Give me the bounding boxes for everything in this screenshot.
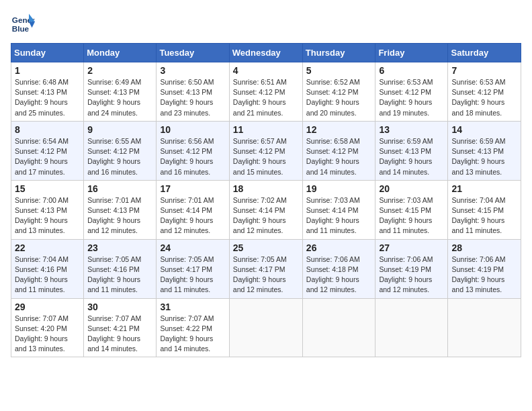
day-info: Sunrise: 7:05 AMSunset: 4:17 PMDaylight:…	[160, 255, 225, 295]
calendar-week-2: 8 Sunrise: 6:54 AMSunset: 4:12 PMDayligh…	[11, 121, 521, 180]
calendar-cell: 25 Sunrise: 7:05 AMSunset: 4:17 PMDaylig…	[229, 239, 302, 298]
weekday-header-thursday: Thursday	[302, 44, 375, 62]
calendar-cell: 14 Sunrise: 6:59 AMSunset: 4:13 PMDaylig…	[448, 121, 521, 180]
day-number: 21	[451, 183, 517, 194]
calendar-cell: 9 Sunrise: 6:55 AMSunset: 4:12 PMDayligh…	[84, 121, 157, 180]
calendar-cell: 20 Sunrise: 7:03 AMSunset: 4:15 PMDaylig…	[375, 180, 448, 239]
day-info: Sunrise: 6:51 AMSunset: 4:12 PMDaylight:…	[233, 77, 299, 118]
day-info: Sunrise: 6:58 AMSunset: 4:12 PMDaylight:…	[306, 136, 372, 177]
day-number: 19	[306, 183, 372, 194]
calendar-cell: 27 Sunrise: 7:06 AMSunset: 4:19 PMDaylig…	[375, 239, 448, 298]
day-info: Sunrise: 6:56 AMSunset: 4:12 PMDaylight:…	[160, 136, 225, 177]
day-info: Sunrise: 7:07 AMSunset: 4:20 PMDaylight:…	[15, 314, 80, 355]
day-number: 25	[233, 242, 299, 253]
day-number: 27	[379, 242, 444, 253]
calendar-cell: 6 Sunrise: 6:53 AMSunset: 4:12 PMDayligh…	[375, 62, 448, 122]
day-info: Sunrise: 7:03 AMSunset: 4:15 PMDaylight:…	[379, 195, 444, 236]
day-info: Sunrise: 6:57 AMSunset: 4:12 PMDaylight:…	[233, 136, 299, 177]
calendar-cell: 1 Sunrise: 6:48 AMSunset: 4:13 PMDayligh…	[11, 62, 84, 122]
day-number: 15	[15, 183, 80, 194]
day-info: Sunrise: 6:50 AMSunset: 4:13 PMDaylight:…	[160, 77, 225, 118]
day-number: 13	[379, 124, 444, 135]
calendar-table: SundayMondayTuesdayWednesdayThursdayFrid…	[11, 43, 521, 357]
day-info: Sunrise: 7:06 AMSunset: 4:19 PMDaylight:…	[451, 255, 517, 295]
day-number: 2	[87, 65, 152, 76]
day-number: 9	[87, 124, 152, 135]
svg-text:Blue: Blue	[12, 24, 30, 33]
day-info: Sunrise: 6:59 AMSunset: 4:13 PMDaylight:…	[451, 136, 517, 177]
day-number: 7	[451, 65, 517, 76]
calendar-cell: 17 Sunrise: 7:01 AMSunset: 4:14 PMDaylig…	[157, 180, 229, 239]
weekday-header-saturday: Saturday	[448, 44, 521, 62]
calendar-cell	[375, 298, 448, 357]
weekday-header-sunday: Sunday	[11, 44, 84, 62]
day-info: Sunrise: 7:07 AMSunset: 4:22 PMDaylight:…	[160, 314, 225, 355]
calendar-week-4: 22 Sunrise: 7:04 AMSunset: 4:16 PMDaylig…	[11, 239, 521, 298]
day-info: Sunrise: 6:53 AMSunset: 4:12 PMDaylight:…	[379, 77, 444, 118]
day-info: Sunrise: 7:06 AMSunset: 4:19 PMDaylight:…	[379, 255, 444, 295]
calendar-cell: 30 Sunrise: 7:07 AMSunset: 4:21 PMDaylig…	[84, 298, 157, 357]
calendar-cell: 19 Sunrise: 7:03 AMSunset: 4:14 PMDaylig…	[302, 180, 375, 239]
day-number: 10	[160, 124, 225, 135]
day-number: 14	[451, 124, 517, 135]
day-number: 23	[87, 242, 152, 253]
svg-marker-3	[29, 21, 35, 28]
calendar-cell: 2 Sunrise: 6:49 AMSunset: 4:13 PMDayligh…	[84, 62, 157, 122]
day-number: 8	[15, 124, 80, 135]
day-info: Sunrise: 7:05 AMSunset: 4:17 PMDaylight:…	[233, 255, 299, 295]
weekday-header-row: SundayMondayTuesdayWednesdayThursdayFrid…	[11, 44, 521, 62]
calendar-cell: 31 Sunrise: 7:07 AMSunset: 4:22 PMDaylig…	[157, 298, 229, 357]
calendar-cell	[448, 298, 521, 357]
day-info: Sunrise: 7:02 AMSunset: 4:14 PMDaylight:…	[233, 195, 299, 236]
calendar-cell: 7 Sunrise: 6:53 AMSunset: 4:12 PMDayligh…	[448, 62, 521, 122]
day-info: Sunrise: 7:06 AMSunset: 4:18 PMDaylight:…	[306, 255, 372, 295]
day-number: 24	[160, 242, 225, 253]
day-number: 28	[451, 242, 517, 253]
day-number: 26	[306, 242, 372, 253]
calendar-week-5: 29 Sunrise: 7:07 AMSunset: 4:20 PMDaylig…	[11, 298, 521, 357]
calendar-cell: 28 Sunrise: 7:06 AMSunset: 4:19 PMDaylig…	[448, 239, 521, 298]
weekday-header-monday: Monday	[84, 44, 157, 62]
calendar-cell: 4 Sunrise: 6:51 AMSunset: 4:12 PMDayligh…	[229, 62, 302, 122]
day-number: 16	[87, 183, 152, 194]
day-info: Sunrise: 7:07 AMSunset: 4:21 PMDaylight:…	[87, 314, 152, 355]
day-info: Sunrise: 7:03 AMSunset: 4:14 PMDaylight:…	[306, 195, 372, 236]
day-number: 20	[379, 183, 444, 194]
day-number: 22	[15, 242, 80, 253]
day-info: Sunrise: 6:52 AMSunset: 4:12 PMDaylight:…	[306, 77, 372, 118]
weekday-header-tuesday: Tuesday	[157, 44, 229, 62]
calendar-cell: 29 Sunrise: 7:07 AMSunset: 4:20 PMDaylig…	[11, 298, 84, 357]
calendar-cell: 3 Sunrise: 6:50 AMSunset: 4:13 PMDayligh…	[157, 62, 229, 122]
calendar-cell: 10 Sunrise: 6:56 AMSunset: 4:12 PMDaylig…	[157, 121, 229, 180]
calendar-cell: 13 Sunrise: 6:59 AMSunset: 4:13 PMDaylig…	[375, 121, 448, 180]
page-header: General Blue	[11, 11, 521, 35]
weekday-header-friday: Friday	[375, 44, 448, 62]
calendar-cell: 16 Sunrise: 7:01 AMSunset: 4:13 PMDaylig…	[84, 180, 157, 239]
day-info: Sunrise: 6:48 AMSunset: 4:13 PMDaylight:…	[15, 77, 80, 118]
day-number: 18	[233, 183, 299, 194]
weekday-header-wednesday: Wednesday	[229, 44, 302, 62]
day-number: 3	[160, 65, 225, 76]
calendar-cell	[229, 298, 302, 357]
calendar-cell: 24 Sunrise: 7:05 AMSunset: 4:17 PMDaylig…	[157, 239, 229, 298]
day-number: 17	[160, 183, 225, 194]
day-number: 4	[233, 65, 299, 76]
calendar-cell: 15 Sunrise: 7:00 AMSunset: 4:13 PMDaylig…	[11, 180, 84, 239]
calendar-cell: 12 Sunrise: 6:58 AMSunset: 4:12 PMDaylig…	[302, 121, 375, 180]
day-info: Sunrise: 6:54 AMSunset: 4:12 PMDaylight:…	[15, 136, 80, 177]
calendar-cell: 26 Sunrise: 7:06 AMSunset: 4:18 PMDaylig…	[302, 239, 375, 298]
day-number: 6	[379, 65, 444, 76]
calendar-cell: 18 Sunrise: 7:02 AMSunset: 4:14 PMDaylig…	[229, 180, 302, 239]
calendar-week-3: 15 Sunrise: 7:00 AMSunset: 4:13 PMDaylig…	[11, 180, 521, 239]
day-number: 29	[15, 302, 80, 312]
day-info: Sunrise: 7:04 AMSunset: 4:16 PMDaylight:…	[15, 255, 80, 295]
day-number: 31	[160, 302, 225, 312]
day-info: Sunrise: 7:00 AMSunset: 4:13 PMDaylight:…	[15, 195, 80, 236]
day-number: 12	[306, 124, 372, 135]
day-number: 1	[15, 65, 80, 76]
day-number: 5	[306, 65, 372, 76]
calendar-cell: 23 Sunrise: 7:05 AMSunset: 4:16 PMDaylig…	[84, 239, 157, 298]
calendar-cell: 8 Sunrise: 6:54 AMSunset: 4:12 PMDayligh…	[11, 121, 84, 180]
day-number: 30	[87, 302, 152, 312]
day-info: Sunrise: 6:55 AMSunset: 4:12 PMDaylight:…	[87, 136, 152, 177]
